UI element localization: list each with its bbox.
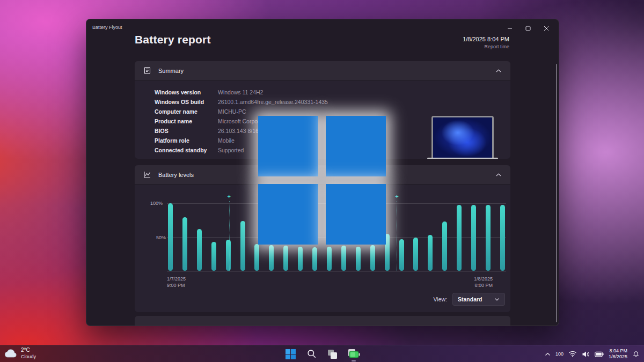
battery-level-bar bbox=[370, 245, 375, 271]
y-tick-100: 100% bbox=[147, 201, 163, 206]
battery-level-bar bbox=[240, 221, 245, 271]
laptop-screen bbox=[431, 116, 494, 158]
taskbar: 2°C Cloudy bbox=[0, 345, 644, 362]
event-marker-line bbox=[397, 201, 397, 271]
next-section-partial[interactable] bbox=[135, 316, 510, 326]
windows-logo-square bbox=[326, 184, 386, 245]
wifi-icon[interactable] bbox=[568, 351, 577, 357]
view-label: View: bbox=[434, 296, 448, 302]
windows-logo-square bbox=[258, 184, 318, 245]
windows-start-icon bbox=[286, 349, 296, 359]
clock-time: 8:04 PM bbox=[609, 348, 627, 354]
battery-level-bar bbox=[413, 238, 418, 271]
summary-row-value: Mobile bbox=[218, 136, 235, 145]
summary-row-value: 26100.1.amd64fre.ge_release.240331-1435 bbox=[218, 97, 328, 107]
summary-section-header[interactable]: Summary bbox=[135, 61, 510, 80]
battery-level-bar bbox=[197, 229, 202, 271]
summary-row: Computer nameMICHU-PC bbox=[155, 107, 510, 116]
summary-row-value: Supported bbox=[218, 145, 244, 155]
view-row: View: Standard bbox=[434, 293, 506, 306]
battery-level-bar bbox=[486, 205, 491, 271]
system-tray: 100 8:04 PM 1/8/2025 bbox=[545, 345, 640, 362]
laptop-image bbox=[427, 116, 498, 159]
battery-level-bar bbox=[327, 247, 332, 271]
tray-chevron-up-icon[interactable] bbox=[545, 352, 551, 356]
active-app-indicator bbox=[352, 360, 356, 361]
window-controls bbox=[501, 23, 555, 34]
summary-row-label: Windows version bbox=[155, 87, 218, 97]
battery-level-bar bbox=[168, 203, 173, 271]
summary-row-value: MICHU-PC bbox=[218, 107, 246, 116]
event-marker-line bbox=[229, 201, 230, 271]
window-scrollbar[interactable] bbox=[556, 64, 557, 322]
battery-level-bar bbox=[428, 235, 433, 271]
maximize-button[interactable] bbox=[519, 23, 537, 34]
maximize-icon bbox=[525, 26, 531, 31]
minimize-button[interactable] bbox=[501, 23, 519, 34]
task-view-icon bbox=[327, 349, 338, 359]
y-tick-50: 50% bbox=[150, 235, 166, 240]
battery-level-bar bbox=[226, 240, 231, 271]
windows-logo-square bbox=[326, 116, 386, 176]
battery-level-bar bbox=[254, 244, 259, 271]
energy-event-icon: ✦ bbox=[394, 194, 399, 200]
laptop-base bbox=[427, 158, 498, 159]
close-button[interactable] bbox=[537, 23, 555, 34]
energy-event-icon: ✦ bbox=[226, 194, 231, 200]
notification-bell-icon[interactable] bbox=[632, 350, 640, 358]
summary-row-label: Connected standby bbox=[155, 145, 218, 155]
volume-icon[interactable] bbox=[582, 351, 590, 358]
battery-level-bar bbox=[211, 242, 216, 271]
desktop: { "window": { "title": "Battery Flyout",… bbox=[0, 0, 644, 362]
battery-level-bar bbox=[283, 246, 288, 271]
summary-row-value: Microsoft Corpora bbox=[218, 116, 262, 126]
summary-row-label: Windows OS build bbox=[155, 97, 218, 107]
battery-level-bar bbox=[442, 221, 447, 271]
battery-level-bar bbox=[269, 245, 274, 271]
battery-level-bar bbox=[457, 205, 462, 271]
minimize-icon bbox=[507, 26, 513, 31]
window-title: Battery Flyout bbox=[92, 25, 122, 30]
task-view-button[interactable] bbox=[326, 347, 340, 361]
windows-logo-square bbox=[258, 116, 318, 176]
summary-row-label: Computer name bbox=[155, 107, 218, 116]
chart-line-icon bbox=[143, 171, 151, 179]
summary-row-label: Product name bbox=[155, 116, 218, 126]
report-header: Battery report 1/8/2025 8:04 PM Report t… bbox=[135, 33, 509, 49]
battery-level-bar bbox=[356, 247, 361, 271]
summary-row-value: Windows 11 24H2 bbox=[218, 87, 263, 97]
battery-level-bar bbox=[182, 217, 187, 271]
summary-row: Windows OS build26100.1.amd64fre.ge_rele… bbox=[155, 97, 510, 107]
battery-level-bar bbox=[341, 246, 346, 271]
battery-level-bar bbox=[471, 205, 476, 271]
battery-level-bar bbox=[399, 239, 404, 271]
battery-app-icon bbox=[347, 349, 360, 359]
close-icon bbox=[544, 26, 549, 31]
chevron-up-icon[interactable] bbox=[495, 69, 502, 73]
summary-row-label: Platform role bbox=[155, 136, 218, 145]
clock-date: 1/8/2025 bbox=[609, 354, 627, 360]
chevron-up-icon[interactable] bbox=[495, 173, 502, 177]
battery-level-bar bbox=[298, 247, 303, 271]
report-time-block: 1/8/2025 8:04 PM Report time bbox=[463, 33, 509, 49]
x-axis-end-label: 1/8/20258:00 PM bbox=[474, 276, 493, 289]
tray-battery-icon[interactable] bbox=[595, 351, 604, 357]
summary-icon bbox=[143, 67, 151, 75]
page-title: Battery report bbox=[135, 33, 211, 46]
summary-row-label: BIOS bbox=[155, 126, 218, 136]
summary-title: Summary bbox=[158, 68, 495, 74]
chevron-down-icon bbox=[494, 298, 500, 301]
battery-app-button[interactable] bbox=[347, 347, 361, 361]
tray-battery-percent: 100 bbox=[555, 351, 564, 357]
report-time-value: 1/8/2025 8:04 PM bbox=[463, 36, 509, 42]
report-time-label: Report time bbox=[463, 44, 509, 49]
battery-level-bar bbox=[500, 205, 505, 271]
search-icon bbox=[307, 349, 317, 359]
start-button[interactable] bbox=[284, 347, 298, 361]
summary-row: Windows versionWindows 11 24H2 bbox=[155, 87, 510, 97]
view-dropdown[interactable]: Standard bbox=[452, 293, 505, 306]
search-button[interactable] bbox=[305, 347, 319, 361]
tray-clock[interactable]: 8:04 PM 1/8/2025 bbox=[609, 348, 627, 360]
battery-level-bar bbox=[312, 247, 317, 271]
x-axis-start-label: 1/7/20259:00 PM bbox=[167, 276, 186, 289]
